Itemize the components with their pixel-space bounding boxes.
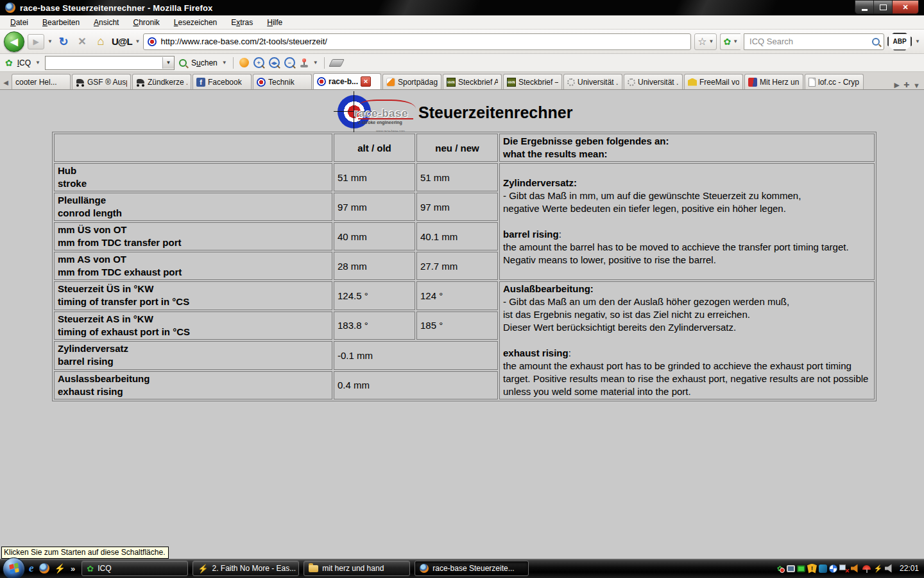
dotted-circle-icon	[628, 78, 635, 86]
tab-lof-cc[interactable]: lof.cc - Cryp...	[805, 74, 864, 89]
value-old: 51 mm	[334, 163, 415, 191]
network-monitor-icon[interactable]	[797, 565, 805, 572]
icq-search-combobox: ▼	[45, 56, 175, 70]
tab-steckbrief-b[interactable]: HHNSteckbrief –...	[503, 74, 562, 89]
tab-universitaet-2[interactable]: Universität ...	[624, 74, 683, 89]
taskbar: e ⚡ » ✿ ICQ ⚡ 2. Faith No More - Eas... …	[0, 559, 924, 578]
tab-technik[interactable]: Technik	[253, 74, 312, 89]
minimize-button[interactable]	[855, 1, 874, 13]
value-old: 40 mm	[334, 222, 415, 250]
menu-hilfe[interactable]: Hilfe	[261, 17, 289, 28]
bookmark-dropdown-icon[interactable]: ▼	[709, 39, 714, 44]
games-dropdown-icon[interactable]: ▼	[313, 60, 318, 66]
icq-toolbar: ✿ ICQ ▼ ▼ Suchen ▼ + ◂▸ − ▼	[0, 54, 924, 72]
race-base-roundel-icon	[257, 78, 266, 87]
taskbar-button-folder[interactable]: mit herz und hand	[304, 561, 410, 576]
url-text[interactable]: http://www.race-base.com/2t-tools/steuer…	[160, 37, 327, 46]
winamp-tray-icon[interactable]: ⚡	[873, 564, 883, 574]
firefox-icon[interactable]	[39, 563, 49, 574]
tab-gsf-auspuff[interactable]: GSF ® Ausp...	[72, 74, 131, 89]
logo-site: www.race-base.com	[376, 129, 415, 133]
taskbar-button-icq[interactable]: ✿ ICQ	[81, 561, 188, 576]
adblock-dropdown-icon[interactable]: ▼	[915, 39, 920, 44]
search-magnifier-icon[interactable]	[872, 38, 880, 46]
suchen-dropdown-icon[interactable]: ▼	[222, 60, 227, 66]
window-controls: ✕	[855, 0, 919, 14]
stop-icon[interactable]: ✕	[74, 35, 90, 48]
tab-universitaet-1[interactable]: Universität ...	[563, 74, 622, 89]
menu-chronik[interactable]: Chronik	[126, 17, 166, 28]
value-new: 27.7 mm	[416, 252, 498, 280]
table-row: Hubstroke 51 mm 51 mm Zylinderversatz: -…	[54, 163, 875, 191]
pinwheel-icon[interactable]	[829, 565, 837, 573]
icq-flower-icon: ✿	[87, 564, 94, 574]
url-addon-button[interactable]: U@L	[112, 36, 132, 47]
tab-sportpaedagogik[interactable]: Sportpädag...	[382, 74, 441, 89]
firefox-icon	[5, 3, 15, 13]
bank-icon	[688, 78, 697, 86]
security-shield-icon[interactable]: !	[807, 564, 817, 574]
explanation-title-en: exhaust rising	[503, 347, 569, 358]
tab-facebook[interactable]: fFacebook	[193, 74, 252, 89]
tab-race-base-active[interactable]: race-b...✕	[313, 73, 381, 89]
network-disconnected-icon[interactable]	[839, 565, 849, 573]
eraser-icon[interactable]	[329, 59, 345, 67]
tab-freemail[interactable]: FreeMail vo...	[684, 74, 743, 89]
icq-menu-dropdown-icon[interactable]: ▼	[35, 60, 40, 66]
address-bar[interactable]: http://www.race-base.com/2t-tools/steuer…	[143, 33, 691, 50]
list-all-tabs-icon[interactable]: ▼	[913, 82, 920, 89]
graphics-driver-icon[interactable]	[819, 565, 827, 573]
tab-scooter-help[interactable]: cooter Hel...	[12, 74, 71, 89]
history-dropdown-icon[interactable]: ▼	[47, 39, 53, 44]
tab-close-icon[interactable]: ✕	[361, 76, 371, 87]
adblock-plus-button[interactable]: ABP	[887, 33, 912, 51]
menu-lesezeichen[interactable]: Lesezeichen	[167, 17, 223, 28]
volume-orange-icon[interactable]	[851, 564, 860, 573]
internet-explorer-icon[interactable]: e	[29, 562, 34, 575]
taskbar-button-winamp[interactable]: ⚡ 2. Faith No More - Eas...	[193, 561, 299, 576]
tab-mit-herz[interactable]: Mit Herz un...	[744, 74, 803, 89]
explanation-body-de: - Gibt das Maß in mm, um auf die gewünsc…	[503, 189, 871, 215]
icq-menu-button[interactable]: ICQ	[17, 58, 31, 67]
search-input[interactable]	[748, 36, 872, 47]
zoom-in-icon[interactable]: +	[253, 57, 264, 68]
start-button[interactable]	[3, 557, 25, 578]
winamp-lightning-icon[interactable]: ⚡	[55, 563, 65, 574]
zoom-out-icon[interactable]: −	[284, 57, 295, 68]
games-joystick-icon[interactable]	[300, 58, 309, 67]
forward-button[interactable]: ▶	[28, 34, 44, 49]
row-label: Auslassbearbeitungexhaust rising	[54, 371, 332, 400]
suchen-button[interactable]: Suchen	[191, 58, 218, 67]
taskbar-button-firefox-active[interactable]: race-base Steuerzeite...	[415, 561, 529, 576]
smiley-icon[interactable]	[239, 58, 249, 67]
back-button[interactable]: ◀	[4, 31, 24, 52]
new-tab-icon[interactable]: ✚	[903, 81, 909, 89]
scroll-tabs-right-icon[interactable]: ▶	[894, 81, 899, 89]
quick-launch-overflow-icon[interactable]: »	[71, 564, 75, 574]
maximize-button[interactable]	[874, 1, 893, 13]
scroll-tabs-left-icon[interactable]: ◀	[1, 75, 10, 89]
speaker-icon[interactable]	[885, 564, 894, 573]
menu-datei[interactable]: Datei	[4, 17, 35, 28]
menu-ansicht[interactable]: Ansicht	[87, 17, 125, 28]
search-engine-picker[interactable]: ✿ ▼	[720, 33, 740, 50]
url-addon-dropdown-icon[interactable]: ▼	[135, 39, 141, 44]
menu-bar: Datei Bearbeiten Ansicht Chronik Lesezei…	[0, 15, 924, 30]
icq-search-input[interactable]	[46, 57, 162, 69]
menu-extras[interactable]: Extras	[225, 17, 259, 28]
tab-steckbrief-a[interactable]: HHNSteckbrief A...	[443, 74, 502, 89]
icq-offline-icon[interactable]: ✿	[775, 564, 785, 574]
avira-umbrella-icon[interactable]	[862, 564, 871, 574]
toolbar-separator	[324, 57, 325, 69]
close-button[interactable]: ✕	[893, 1, 918, 13]
combo-dropdown-icon[interactable]: ▼	[162, 57, 174, 69]
search-engine-dropdown-icon[interactable]: ▼	[733, 39, 738, 44]
zoom-reset-icon[interactable]: ◂▸	[269, 57, 280, 68]
refresh-icon[interactable]: ↻	[56, 35, 71, 49]
tab-zuendkerze[interactable]: Zündkerze ...	[132, 74, 191, 89]
menu-bearbeiten[interactable]: Bearbeiten	[36, 17, 86, 28]
bookmark-star-icon[interactable]: ☆	[697, 35, 706, 48]
home-icon[interactable]: ⌂	[93, 35, 108, 48]
display-icon[interactable]	[787, 565, 795, 572]
timing-table: alt / old neu / new Die Ergebnisse geben…	[52, 132, 877, 401]
